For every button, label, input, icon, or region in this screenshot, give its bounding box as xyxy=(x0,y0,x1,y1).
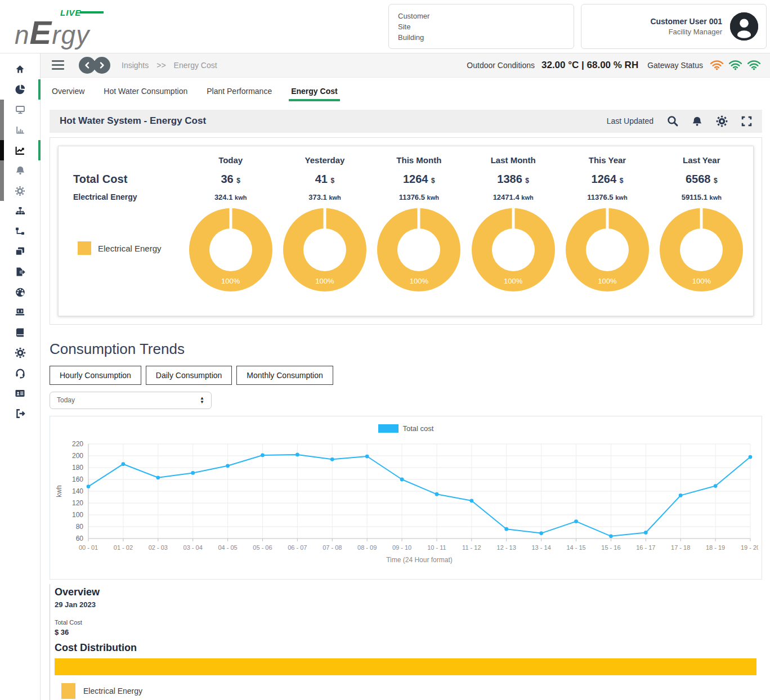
customer-selector[interactable]: Customer xyxy=(398,12,565,20)
cost-value: 1386 $ xyxy=(466,173,560,192)
time-range-select[interactable]: Today ▲▼ xyxy=(50,392,212,409)
arrow-left-icon xyxy=(83,61,92,70)
electrical-energy-row-label: Electrical Energy xyxy=(61,192,183,205)
sidebar-item-insights[interactable] xyxy=(0,79,40,100)
sidebar-item-trends[interactable] xyxy=(0,140,40,160)
daily-consumption-button[interactable]: Daily Consumption xyxy=(146,366,232,385)
bell-icon xyxy=(692,116,702,127)
svg-text:19 - 20: 19 - 20 xyxy=(741,544,758,551)
monthly-consumption-button[interactable]: Monthly Consumption xyxy=(236,366,333,385)
tab-hot-water-consumption[interactable]: Hot Water Consumption xyxy=(104,87,187,98)
tab-energy-cost[interactable]: Energy Cost xyxy=(291,87,337,98)
sidebar-item-config[interactable] xyxy=(0,343,40,363)
sidebar-item-flow[interactable] xyxy=(0,221,40,241)
svg-text:08 - 09: 08 - 09 xyxy=(357,544,377,551)
svg-text:60: 60 xyxy=(76,535,84,542)
energy-cost-summary: Today Yesterday This Month Last Month Th… xyxy=(50,137,762,325)
sidebar-item-theme[interactable] xyxy=(0,282,40,302)
context-selector-card: Customer Site Building xyxy=(388,4,574,49)
building-selector[interactable]: Building xyxy=(398,33,565,42)
overview-title: Overview xyxy=(55,586,762,598)
donut-chart-today[interactable]: 100% xyxy=(189,208,272,291)
wifi-icon-green xyxy=(747,60,761,70)
logo-live-dash xyxy=(80,11,104,14)
forward-button[interactable] xyxy=(93,57,110,74)
svg-text:200: 200 xyxy=(72,452,83,460)
svg-text:01 - 02: 01 - 02 xyxy=(114,544,133,551)
search-button[interactable] xyxy=(667,115,678,127)
consumption-trends-section: Consumption Trends Hourly Consumption Da… xyxy=(41,325,770,409)
breadcrumb-section[interactable]: Insights xyxy=(122,61,149,70)
svg-text:80: 80 xyxy=(76,523,84,531)
svg-text:09 - 10: 09 - 10 xyxy=(392,544,411,551)
donut-chart-last-year[interactable]: 100% xyxy=(660,208,743,291)
gear-icon xyxy=(15,186,25,196)
page-title: Hot Water System - Energy Cost xyxy=(60,115,206,127)
cost-distribution-bar[interactable] xyxy=(55,658,756,675)
user-card[interactable]: Customer User 001 Facility Manager xyxy=(581,4,767,49)
energy-value: 324.1 kwh xyxy=(183,193,277,205)
settings-button[interactable] xyxy=(716,115,728,127)
sidebar-item-reports[interactable] xyxy=(0,120,40,140)
chart-legend: Total cost xyxy=(53,424,758,433)
gateway-status-label: Gateway Status xyxy=(647,61,703,70)
sidebar-item-support[interactable] xyxy=(0,363,40,383)
cost-value: 36 $ xyxy=(183,173,277,192)
pie-chart-icon xyxy=(15,84,26,95)
sidebar-item-monitor[interactable] xyxy=(0,100,40,120)
outdoor-conditions-label: Outdoor Conditions xyxy=(467,61,535,70)
donut-chart-last-month[interactable]: 100% xyxy=(472,208,555,291)
total-cost-line-chart[interactable]: 608010012014016018020022000 - 0101 - 020… xyxy=(53,434,758,577)
sidebar-item-hierarchy[interactable] xyxy=(0,201,40,221)
svg-text:120: 120 xyxy=(72,499,83,507)
tab-plant-performance[interactable]: Plant Performance xyxy=(207,87,272,98)
monitor-icon xyxy=(15,105,26,115)
logo-text: nErgy xyxy=(15,14,89,51)
period-header: Last Month xyxy=(466,155,560,173)
legend-color-swatch xyxy=(378,424,399,433)
hourly-consumption-button[interactable]: Hourly Consumption xyxy=(50,366,141,385)
sidebar-item-contacts[interactable] xyxy=(0,383,40,403)
cost-value: 1264 $ xyxy=(560,173,654,192)
gear-icon xyxy=(716,115,728,127)
hamburger-menu-icon[interactable] xyxy=(52,60,64,70)
tab-overview[interactable]: Overview xyxy=(52,87,84,98)
cost-distribution-title: Cost Distribution xyxy=(55,642,762,654)
donut-chart-this-month[interactable]: 100% xyxy=(377,208,460,291)
svg-text:16 - 17: 16 - 17 xyxy=(636,544,655,551)
period-header: This Year xyxy=(560,155,654,173)
svg-text:03 - 04: 03 - 04 xyxy=(183,544,203,551)
period-header: Today xyxy=(183,155,277,173)
svg-text:180: 180 xyxy=(72,464,83,472)
svg-text:10 - 11: 10 - 11 xyxy=(427,544,446,551)
laptop-code-icon xyxy=(14,307,26,317)
legend-label: Total cost xyxy=(403,424,434,433)
sidebar-item-logout[interactable] xyxy=(0,403,40,424)
avatar[interactable] xyxy=(730,12,758,41)
svg-text:Time (24 Hour format): Time (24 Hour format) xyxy=(386,556,453,564)
id-card-icon xyxy=(14,388,26,398)
notifications-button[interactable] xyxy=(692,116,702,127)
donut-chart-yesterday[interactable]: 100% xyxy=(283,208,366,291)
page-tabs: Overview Hot Water Consumption Plant Per… xyxy=(41,78,770,107)
sidebar-item-settings[interactable] xyxy=(0,181,40,201)
file-export-icon xyxy=(15,267,26,277)
headset-icon xyxy=(15,368,26,379)
navbar: Insights >> Energy Cost Outdoor Conditio… xyxy=(41,53,770,78)
book-icon xyxy=(15,327,25,338)
sidebar-item-devices[interactable] xyxy=(0,302,40,322)
sidebar-item-alerts[interactable] xyxy=(0,160,40,181)
total-cost-row-label: Total Cost xyxy=(61,173,183,192)
fullscreen-button[interactable] xyxy=(741,116,752,127)
sidebar-item-documents[interactable] xyxy=(0,241,40,262)
donut-chart-this-year[interactable]: 100% xyxy=(566,208,649,291)
sidebar-item-logs[interactable] xyxy=(0,322,40,343)
sidebar-item-export[interactable] xyxy=(0,262,40,282)
sidebar-item-home[interactable] xyxy=(0,59,40,79)
svg-text:11 - 12: 11 - 12 xyxy=(462,544,481,551)
consumption-chart-card: Total cost 608010012014016018020022000 -… xyxy=(50,416,762,580)
svg-text:100: 100 xyxy=(72,511,83,519)
cog-icon xyxy=(15,347,26,358)
sign-out-icon xyxy=(15,409,26,419)
site-selector[interactable]: Site xyxy=(398,23,565,31)
